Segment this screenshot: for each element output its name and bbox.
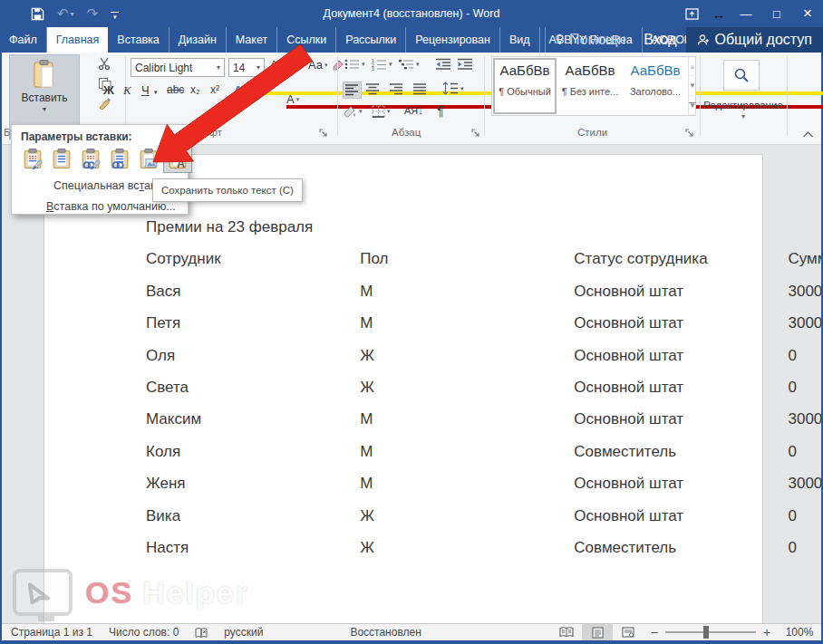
ribbon-tab[interactable]: Главная xyxy=(47,27,109,53)
share-button[interactable]: Общий доступ xyxy=(686,27,823,53)
sort-button[interactable]: АЯ↓ xyxy=(404,105,423,116)
ribbon-display-options-icon[interactable] xyxy=(676,0,707,27)
ribbon-tab[interactable]: Файл xyxy=(0,27,47,53)
subscript-button[interactable]: х₂ xyxy=(190,83,200,96)
font-size-combobox[interactable]: 14▾ xyxy=(228,58,265,77)
align-center-button[interactable] xyxy=(366,83,380,95)
language-indicator[interactable]: русский xyxy=(224,626,263,639)
styles-scroll-down-icon[interactable]: ▼ xyxy=(689,76,696,95)
find-button[interactable] xyxy=(723,60,760,91)
maximize-button[interactable]: □ xyxy=(761,0,792,27)
format-painter-icon[interactable] xyxy=(98,97,111,111)
paragraph-dialog-launcher-icon[interactable] xyxy=(471,129,481,139)
zoom-out-button[interactable]: − xyxy=(644,625,665,639)
status-bar: Страница 1 из 1 Число слов: 0 русский Во… xyxy=(2,623,821,640)
ribbon-tab[interactable]: Вставка xyxy=(108,27,169,53)
editing-caret-icon[interactable]: ▾ xyxy=(702,112,785,120)
paste-keep-source-formatting-icon[interactable] xyxy=(19,145,46,172)
minimize-button[interactable]: — xyxy=(731,0,761,27)
italic-button[interactable]: К xyxy=(123,83,131,98)
doc-row: Настя Ж Совместитель 0 xyxy=(146,532,821,563)
font-family-combobox[interactable]: Calibri Light▾ xyxy=(131,58,225,77)
paste-keep-text-only-icon[interactable]: A xyxy=(164,145,191,172)
zoom-in-button[interactable]: + xyxy=(756,625,778,639)
style-card[interactable]: АаБбВв¶ Без инте... xyxy=(557,57,623,115)
sign-in-button[interactable]: Вход xyxy=(634,27,685,53)
employee-name: Настя xyxy=(146,539,189,556)
increase-indent-icon[interactable] xyxy=(457,58,473,71)
text-effects-button[interactable]: А▾ xyxy=(234,83,247,97)
align-left-button[interactable] xyxy=(343,82,362,99)
styles-scroll-up-icon[interactable]: ▲ xyxy=(689,57,696,76)
chevron-down-icon[interactable]: ▾ xyxy=(217,63,220,72)
collapse-ribbon-icon[interactable] xyxy=(802,130,814,139)
recovered-indicator[interactable]: Восстановлен xyxy=(350,626,421,639)
proofing-status-icon[interactable] xyxy=(195,627,208,639)
employee-amount: 3000 xyxy=(788,283,821,300)
bullets-button[interactable]: ▾ xyxy=(344,58,365,71)
web-layout-icon[interactable] xyxy=(613,624,644,640)
tell-me-button[interactable]: Помощн xyxy=(545,27,634,53)
ribbon-tab[interactable]: Рассылки xyxy=(336,27,406,53)
style-card[interactable]: АаБбВв¶ Обычный xyxy=(492,57,557,115)
chevron-down-icon[interactable]: ▾ xyxy=(257,63,260,72)
change-case-button[interactable]: Аа▾ xyxy=(308,58,328,72)
employee-name: Вася xyxy=(146,283,181,300)
font-dialog-launcher-icon[interactable] xyxy=(319,129,329,139)
zoom-level[interactable]: 100% xyxy=(778,626,821,639)
underline-button[interactable]: Ч xyxy=(141,83,150,97)
styles-dialog-launcher-icon[interactable] xyxy=(685,129,695,139)
shrink-font-button[interactable]: А▼ xyxy=(290,60,303,71)
paste-link-keep-source-formatting-icon[interactable] xyxy=(77,145,104,172)
word-count[interactable]: Число слов: 0 xyxy=(109,626,179,639)
doc-row: Женя М Основной штат 3000 xyxy=(146,467,821,499)
decrease-indent-icon[interactable] xyxy=(435,58,451,71)
styles-more-icon[interactable]: ▼ xyxy=(689,96,696,115)
read-mode-icon[interactable] xyxy=(551,624,582,640)
style-card[interactable]: АаБбВвЗаголово... xyxy=(623,57,688,115)
paste-picture-icon[interactable] xyxy=(135,145,162,172)
employee-gender: Ж xyxy=(360,379,374,396)
document-page[interactable]: Премии на 23 февраля Сотрудник Пол Стату… xyxy=(44,154,763,623)
paste-options-header: Параметры вставки: xyxy=(21,130,132,143)
ribbon-tab[interactable]: Вид xyxy=(500,27,540,53)
set-default-paste-menu-item[interactable]: Вставка по умолчанию... xyxy=(46,200,176,213)
multilevel-list-button[interactable]: ▾ xyxy=(399,58,420,71)
ribbon-tab[interactable]: Макет xyxy=(227,27,277,53)
underline-caret-icon[interactable]: ▾ xyxy=(154,89,158,96)
print-layout-icon[interactable] xyxy=(582,624,613,640)
employee-amount: 3000 xyxy=(788,314,821,332)
line-spacing-button[interactable]: ▾ xyxy=(442,82,464,95)
employee-gender: М xyxy=(360,443,373,460)
paste-caret-icon: ▾ xyxy=(43,105,46,113)
zoom-slider-thumb[interactable] xyxy=(703,626,709,639)
zoom-slider[interactable] xyxy=(665,631,756,633)
clear-formatting-icon[interactable] xyxy=(332,58,345,71)
ribbon-tab[interactable]: Ссылки xyxy=(277,27,336,53)
shading-button[interactable]: ▾ xyxy=(343,105,363,118)
monitor-cursor-icon xyxy=(13,569,73,616)
bold-button[interactable]: Ж xyxy=(103,83,114,97)
numbering-button[interactable]: 123▾ xyxy=(372,58,392,71)
grow-font-button[interactable]: А▲ xyxy=(270,58,285,72)
styles-gallery: АаБбВв¶ ОбычныйАаБбВв¶ Без инте...АаБбВв… xyxy=(491,56,696,116)
cut-icon[interactable] xyxy=(97,56,111,71)
doc-header-line: Сотрудник Пол Статус сотрудника Сумма вы… xyxy=(146,243,821,274)
ribbon-tab[interactable]: Рецензирован xyxy=(406,27,500,53)
superscript-button[interactable]: х² xyxy=(210,83,219,96)
paste-use-destination-styles-icon[interactable] xyxy=(48,145,75,172)
ribbon-tab[interactable]: Дизайн xyxy=(169,27,227,53)
employee-name: Коля xyxy=(146,443,180,460)
align-right-button[interactable] xyxy=(390,83,403,95)
paste-link-use-destination-styles-icon[interactable] xyxy=(106,145,133,172)
employee-amount: 0 xyxy=(788,443,796,460)
group-separator xyxy=(337,56,338,136)
borders-button[interactable]: ▾ xyxy=(372,105,391,118)
page-indicator[interactable]: Страница 1 из 1 xyxy=(11,626,92,639)
employee-gender: Ж xyxy=(360,347,374,364)
strikethrough-button[interactable]: abc xyxy=(167,83,184,96)
word-window: ↶▾ ↷ ▾ Документ4 (восстановлен) - Word ↔… xyxy=(0,0,823,644)
justify-button[interactable] xyxy=(413,83,427,95)
show-paragraph-marks-button[interactable]: ¶ xyxy=(437,103,444,118)
close-button[interactable]: × xyxy=(792,0,823,27)
